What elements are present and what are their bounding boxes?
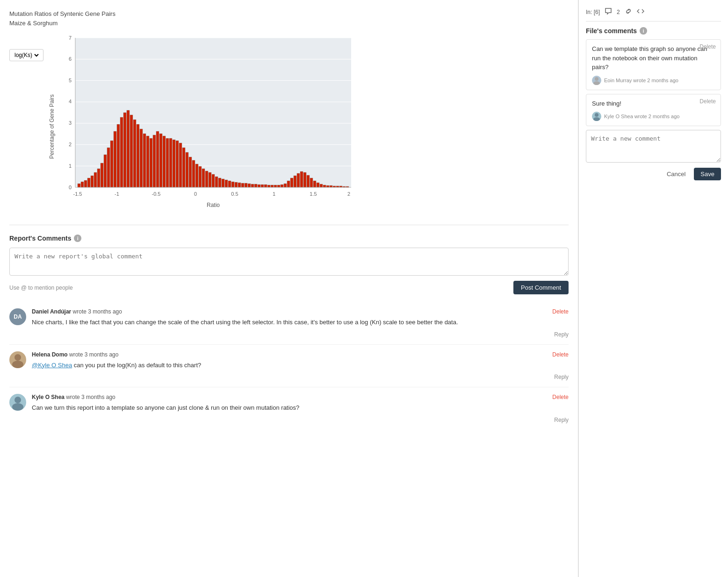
svg-rect-91 (317, 183, 319, 187)
svg-rect-71 (251, 184, 254, 187)
svg-rect-67 (238, 183, 241, 187)
reply-button[interactable]: Reply (554, 374, 569, 380)
svg-rect-29 (114, 131, 116, 187)
cancel-button[interactable]: Cancel (662, 168, 690, 180)
svg-rect-63 (225, 180, 228, 187)
svg-text:Ratio: Ratio (207, 202, 220, 208)
avatar (9, 351, 26, 368)
file-comment-item: Delete Sure thing! Kyle O Shea wrote 2 m… (586, 94, 721, 127)
svg-rect-78 (274, 185, 277, 187)
code-icon[interactable] (637, 7, 644, 16)
file-comment-author: Eoin Murray wrote 2 months ago (604, 78, 678, 83)
comment-text: Can we turn this report into a template … (32, 403, 569, 413)
svg-point-112 (14, 354, 21, 361)
svg-rect-44 (163, 136, 166, 187)
file-comment-text: Can we template this graph so anyone can… (592, 44, 715, 72)
svg-point-113 (12, 361, 23, 368)
histogram-chart: 0 1 2 3 4 5 6 7 Percentage of Gene Pairs (47, 33, 569, 211)
comment-text: @Kyle O Shea can you put the log(Kn) as … (32, 361, 569, 370)
comment-text: Nice charts, I like the fact that you ca… (32, 318, 569, 327)
scale-selector[interactable]: log(Ks) Ks Ka (9, 49, 43, 61)
svg-rect-50 (182, 148, 185, 187)
svg-rect-60 (215, 177, 218, 187)
right-panel: In: [6] 2 File's comments i Delete Can w… (578, 0, 728, 577)
svg-text:6: 6 (69, 56, 72, 62)
svg-text:0: 0 (69, 185, 72, 190)
svg-rect-47 (173, 140, 175, 187)
svg-rect-87 (303, 172, 306, 187)
svg-point-114 (14, 397, 21, 403)
svg-rect-45 (166, 138, 169, 187)
files-comments-title: File's comments i (586, 27, 721, 35)
files-comments-info-icon[interactable]: i (640, 27, 647, 35)
svg-rect-27 (107, 148, 110, 187)
svg-rect-36 (137, 124, 139, 187)
delete-comment-link[interactable]: Delete (552, 308, 569, 315)
comment-count: 2 (617, 9, 620, 15)
mention-link[interactable]: @Kyle O Shea (32, 362, 72, 369)
svg-rect-20 (84, 180, 87, 187)
svg-rect-53 (192, 160, 195, 187)
svg-rect-90 (313, 181, 316, 187)
delete-comment-link[interactable]: Delete (552, 351, 569, 358)
toolbar-in-label: In: [6] (586, 9, 600, 15)
svg-rect-31 (120, 117, 123, 187)
svg-rect-52 (189, 157, 192, 187)
reply-button[interactable]: Reply (554, 331, 569, 338)
svg-rect-83 (290, 178, 293, 187)
svg-text:1: 1 (273, 191, 275, 197)
svg-rect-48 (176, 141, 179, 187)
link-icon[interactable] (625, 7, 632, 16)
svg-rect-74 (261, 185, 264, 187)
svg-rect-89 (310, 178, 313, 187)
reports-comments-info-icon[interactable]: i (74, 235, 81, 242)
scale-select[interactable]: log(Ks) Ks Ka (13, 51, 40, 59)
post-comment-button[interactable]: Post Comment (513, 281, 569, 294)
file-comment-avatar (592, 76, 601, 85)
comment-icon[interactable] (605, 7, 612, 16)
svg-point-118 (595, 113, 598, 117)
svg-rect-81 (284, 184, 287, 187)
svg-point-115 (12, 403, 23, 411)
svg-rect-42 (156, 131, 159, 187)
global-comment-input[interactable] (9, 248, 569, 276)
svg-rect-86 (300, 171, 303, 187)
svg-rect-40 (150, 138, 152, 187)
svg-rect-41 (153, 135, 156, 187)
svg-rect-66 (235, 182, 238, 187)
svg-text:2: 2 (347, 191, 350, 197)
svg-text:-1: -1 (115, 191, 119, 197)
svg-rect-0 (75, 38, 351, 187)
svg-rect-59 (212, 174, 215, 187)
file-comment-avatar (592, 112, 601, 121)
file-comment-delete[interactable]: Delete (699, 43, 716, 50)
svg-text:1: 1 (69, 163, 72, 169)
svg-text:2: 2 (69, 142, 72, 147)
delete-comment-link[interactable]: Delete (552, 394, 569, 400)
svg-rect-72 (254, 184, 257, 187)
reply-button[interactable]: Reply (554, 417, 569, 423)
svg-rect-24 (97, 169, 100, 187)
svg-text:0.5: 0.5 (231, 191, 238, 197)
svg-rect-34 (130, 115, 133, 187)
svg-text:5: 5 (69, 78, 72, 83)
comment-author: Helena Domo wrote 3 months ago (32, 351, 118, 358)
svg-rect-57 (205, 171, 208, 187)
svg-rect-56 (202, 169, 205, 187)
svg-rect-54 (195, 164, 198, 187)
svg-rect-70 (248, 184, 251, 187)
svg-rect-88 (307, 175, 310, 187)
svg-rect-68 (241, 183, 244, 187)
new-comment-input[interactable] (586, 130, 721, 163)
svg-rect-49 (179, 143, 182, 187)
reports-comments-section: Report's Comments i Use @ to mention peo… (9, 225, 569, 430)
file-comment-author: Kyle O Shea wrote 2 months ago (604, 114, 679, 119)
table-row: DA Daniel Andújar wrote 3 months ago Del… (9, 302, 569, 345)
svg-rect-22 (91, 176, 94, 187)
svg-rect-46 (169, 138, 172, 187)
svg-rect-23 (94, 172, 97, 187)
svg-rect-43 (159, 134, 162, 187)
save-button[interactable]: Save (694, 168, 721, 180)
svg-point-117 (593, 81, 600, 85)
file-comment-delete[interactable]: Delete (699, 98, 716, 105)
